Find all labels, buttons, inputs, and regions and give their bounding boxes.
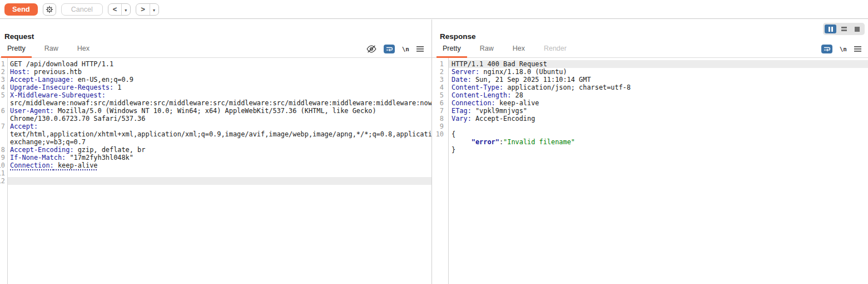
- code-segment-plain: HTTP/1.1 400 Bad Request: [452, 60, 547, 68]
- line-number: 2: [432, 68, 448, 76]
- tab-pretty[interactable]: Pretty: [437, 45, 467, 58]
- code-line: 1GET /api/download HTTP/1.1: [0, 60, 431, 68]
- code-segment-name: Server:: [452, 68, 479, 76]
- message-editor-area: Request PrettyRawHex: [0, 19, 868, 284]
- code-segment-plain: "vpkl9mnjvgs": [472, 107, 527, 115]
- line-number: 7: [0, 123, 7, 146]
- code-line: 12: [0, 177, 431, 185]
- editor-menu-icon[interactable]: [854, 46, 861, 52]
- code-segment-name: User-Agent:: [10, 107, 54, 115]
- settings-gear-button[interactable]: [43, 3, 56, 16]
- request-editor-icons: \n: [366, 45, 431, 57]
- code-text[interactable]: Host: previous.htb: [7, 68, 431, 76]
- top-toolbar: Send Cancel < ▾: [0, 0, 868, 19]
- code-text[interactable]: Accept-Language: en-US,en;q=0.9: [7, 76, 431, 84]
- code-line: 6User-Agent: Mozilla/5.0 (Windows NT 10.…: [0, 107, 431, 123]
- tab-pretty[interactable]: Pretty: [1, 45, 32, 58]
- columns-layout-icon: [829, 27, 830, 32]
- line-number: 10: [432, 130, 448, 154]
- code-segment-name: Connection:: [452, 99, 495, 107]
- code-segment-name: Vary:: [452, 115, 472, 123]
- line-number: 1: [0, 60, 7, 68]
- layout-rows-button[interactable]: [838, 25, 850, 33]
- rows-layout-icon: [841, 27, 847, 31]
- code-segment-name: X-Middleware-Subrequest:: [10, 91, 106, 99]
- code-text[interactable]: Connection: keep-alive: [7, 161, 431, 169]
- request-editor[interactable]: 1GET /api/download HTTP/1.12Host: previo…: [0, 60, 431, 284]
- code-segment-name: Accept:: [10, 123, 38, 130]
- tab-raw[interactable]: Raw: [474, 45, 500, 58]
- code-segment-plain: Sun, 21 Sep 2025 11:10:14 GMT: [472, 76, 591, 84]
- code-text[interactable]: { "error":"Invalid filename" }: [448, 130, 868, 154]
- code-line: 5X-Middleware-Subrequest: src/middleware…: [0, 91, 431, 107]
- soft-wrap-toggle-icon[interactable]: [821, 45, 832, 53]
- code-text[interactable]: [7, 169, 431, 177]
- code-line: 9If-None-Match: "17m2fyh3hl048k": [0, 154, 431, 161]
- code-text[interactable]: Content-Type: application/json; charset=…: [448, 84, 868, 91]
- show-newlines-icon[interactable]: \n: [840, 46, 847, 53]
- code-segment-plain: application/json; charset=utf-8: [503, 84, 631, 91]
- tab-hex[interactable]: Hex: [507, 45, 531, 58]
- soft-wrap-toggle-icon[interactable]: [384, 45, 395, 53]
- code-text[interactable]: ETag: "vpkl9mnjvgs": [448, 107, 868, 115]
- line-number: 12: [0, 177, 7, 185]
- code-line: 11: [0, 169, 431, 177]
- code-text[interactable]: Server: nginx/1.18.0 (Ubuntu): [448, 68, 868, 76]
- hide-nonprintable-eye-off-icon[interactable]: [366, 45, 376, 53]
- history-forward-button[interactable]: > ▾: [136, 3, 159, 16]
- code-line: 3Accept-Language: en-US,en;q=0.9: [0, 76, 431, 84]
- response-editor[interactable]: 1HTTP/1.1 400 Bad Request2Server: nginx/…: [432, 60, 868, 284]
- line-number: 1: [432, 60, 448, 68]
- code-text[interactable]: Date: Sun, 21 Sep 2025 11:10:14 GMT: [448, 76, 868, 84]
- code-text[interactable]: Upgrade-Insecure-Requests: 1: [7, 84, 431, 91]
- line-number: 2: [0, 68, 7, 76]
- editor-menu-icon[interactable]: [416, 46, 424, 52]
- code-segment-name: Accept-Encoding:: [10, 146, 74, 154]
- back-arrow-icon: <: [108, 4, 122, 15]
- request-tabs-row: PrettyRawHex: [0, 45, 431, 58]
- chevron-down-icon[interactable]: ▾: [150, 4, 158, 15]
- line-number: 4: [432, 84, 448, 91]
- code-text[interactable]: Accept: text/html,application/xhtml+xml,…: [7, 123, 431, 146]
- code-segment-name: Date:: [452, 76, 472, 84]
- code-text[interactable]: User-Agent: Mozilla/5.0 (Windows NT 10.0…: [7, 107, 431, 123]
- code-line: 1HTTP/1.1 400 Bad Request: [432, 60, 868, 68]
- send-button[interactable]: Send: [4, 3, 38, 16]
- code-text[interactable]: X-Middleware-Subrequest: src/middleware:…: [7, 91, 431, 107]
- code-text[interactable]: [7, 177, 431, 185]
- layout-single-button[interactable]: [851, 25, 863, 33]
- code-text[interactable]: GET /api/download HTTP/1.1: [7, 60, 431, 68]
- tab-raw[interactable]: Raw: [38, 45, 65, 58]
- code-segment-name: Content-Type:: [452, 84, 503, 91]
- code-segment-plain: 1: [113, 84, 121, 91]
- code-segment-string: "Invalid filename": [503, 138, 575, 146]
- code-segment-plain: {: [452, 130, 472, 146]
- code-line: 8Vary: Accept-Encoding: [432, 115, 868, 123]
- code-text[interactable]: If-None-Match: "17m2fyh3hl048k": [7, 154, 431, 161]
- code-text[interactable]: HTTP/1.1 400 Bad Request: [448, 60, 868, 68]
- code-segment-plain: Mozilla/5.0 (Windows NT 10.0; Win64; x64…: [10, 107, 380, 123]
- cancel-button[interactable]: Cancel: [61, 3, 103, 16]
- code-text[interactable]: Connection: keep-alive: [448, 99, 868, 107]
- code-text[interactable]: [448, 123, 868, 130]
- code-segment-name: Connection:: [10, 161, 54, 169]
- code-line: 7ETag: "vpkl9mnjvgs": [432, 107, 868, 115]
- code-line: 2Server: nginx/1.18.0 (Ubuntu): [432, 68, 868, 76]
- code-text[interactable]: Vary: Accept-Encoding: [448, 115, 868, 123]
- code-segment-plain: en-US,en;q=0.9: [74, 76, 133, 84]
- code-line: 10{ "error":"Invalid filename" }: [432, 130, 868, 154]
- line-number: 9: [432, 123, 448, 130]
- show-newlines-icon[interactable]: \n: [402, 46, 409, 53]
- chevron-down-icon[interactable]: ▾: [122, 4, 130, 15]
- code-segment-name: If-None-Match:: [10, 154, 66, 161]
- history-back-button[interactable]: < ▾: [108, 3, 131, 16]
- code-line: 2Host: previous.htb: [0, 68, 431, 76]
- tab-hex[interactable]: Hex: [71, 45, 96, 58]
- code-segment-plain: gzip, deflate, br: [74, 146, 146, 154]
- code-segment-plain: text/html,application/xhtml+xml,applicat…: [10, 123, 431, 146]
- code-text[interactable]: Accept-Encoding: gzip, deflate, br: [7, 146, 431, 154]
- dotted-underline-text: Connection: keep-alive: [10, 161, 98, 169]
- line-number: 4: [0, 84, 7, 91]
- layout-columns-button[interactable]: [825, 25, 836, 33]
- code-text[interactable]: Content-Length: 28: [448, 91, 868, 99]
